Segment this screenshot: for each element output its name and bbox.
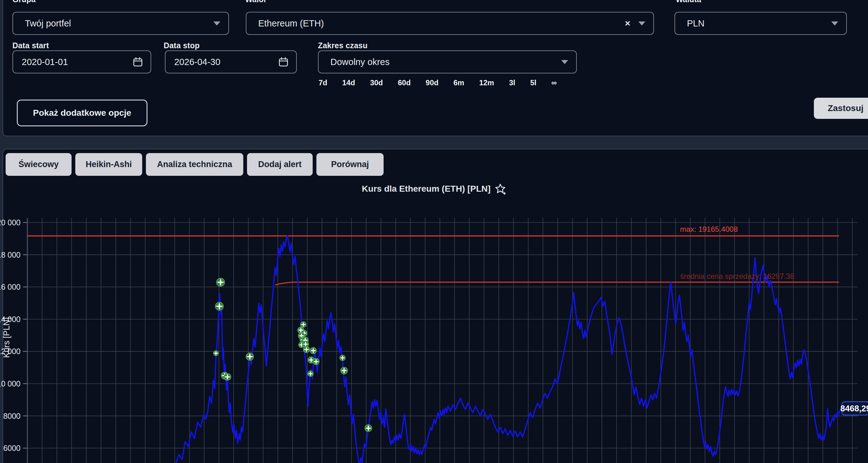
quick-range-90d[interactable]: 90d	[426, 79, 438, 87]
data-stop-label: Data stop	[164, 41, 200, 50]
filter-panel: Grupa Twój portfel Walor Ethereum (ETH) …	[2, 0, 868, 136]
data-start-input[interactable]: 2020-01-01	[12, 51, 151, 73]
quick-range-60d[interactable]: 60d	[398, 79, 411, 87]
show-more-options-button[interactable]: Pokaż dodatkowe opcje	[17, 99, 148, 126]
waluta-select-value: PLN	[675, 18, 831, 29]
y-tick-label: 6000	[3, 444, 21, 453]
quick-range-14d[interactable]: 14d	[342, 79, 355, 87]
average-sale-price-line	[275, 282, 839, 285]
price-line	[176, 236, 841, 463]
quick-range-7d[interactable]: 7d	[318, 79, 327, 87]
last-price-label: 8468,29	[840, 404, 868, 413]
calendar-icon[interactable]	[132, 57, 143, 67]
quick-range-5l[interactable]: 5l	[530, 79, 536, 87]
chart-title-text: Kurs dla Ethereum (ETH) [PLN]	[362, 184, 491, 194]
chevron-down-icon	[561, 60, 568, 64]
zakres-czasu-value: Dowolny okres	[318, 57, 561, 67]
data-stop-value: 2026-04-30	[165, 57, 278, 67]
max-line-label: max: 19165.4008	[680, 225, 738, 234]
data-start-value: 2020-01-01	[13, 57, 132, 67]
chevron-down-icon	[831, 22, 838, 26]
calendar-icon[interactable]	[278, 57, 289, 67]
waluta-label: Waluta	[676, 0, 701, 4]
data-stop-input[interactable]: 2026-04-30	[165, 51, 297, 73]
apply-button[interactable]: Zastosuj	[814, 98, 868, 119]
heikin-ashi-button[interactable]: Heikin-Ashi	[75, 153, 142, 176]
average-sale-price-label: średnia cena sprzedaży: 16297.38	[680, 272, 794, 280]
grupa-label: Grupa	[12, 0, 36, 4]
price-chart: 20 00018 00016 00014 00012 00010 0008000…	[0, 199, 868, 463]
zakres-czasu-select[interactable]: Dowolny okres	[318, 51, 577, 73]
zakres-czasu-label: Zakres czasu	[318, 41, 367, 50]
walor-select-value: Ethereum (ETH)	[246, 18, 625, 29]
y-tick-label: 8000	[3, 412, 21, 420]
walor-select[interactable]: Ethereum (ETH) ×	[246, 12, 654, 35]
chart-title: Kurs dla Ethereum (ETH) [PLN]	[0, 183, 868, 195]
y-tick-label: 10 000	[0, 379, 21, 388]
quick-range-30d[interactable]: 30d	[370, 79, 383, 87]
y-tick-label: 16 000	[0, 282, 21, 291]
y-tick-label: 18 000	[0, 250, 21, 259]
waluta-select[interactable]: PLN	[675, 12, 847, 35]
y-tick-label: 20 000	[0, 218, 21, 227]
quick-range-12m[interactable]: 12m	[479, 79, 494, 87]
chevron-down-icon	[213, 22, 220, 26]
clear-icon[interactable]: ×	[625, 18, 630, 29]
y-axis-label: Kurs [PLN]	[2, 317, 11, 358]
chevron-down-icon	[639, 22, 645, 26]
add-alert-button[interactable]: Dodaj alert	[247, 153, 313, 176]
quick-range-6m[interactable]: 6m	[453, 79, 464, 87]
walor-label: Walor	[245, 0, 267, 4]
grupa-select-value: Twój portfel	[13, 18, 213, 29]
star-plus-icon[interactable]	[494, 183, 506, 195]
data-start-label: Data start	[12, 41, 49, 50]
technical-analysis-button[interactable]: Analiza techniczna	[146, 153, 243, 176]
quick-range-3l[interactable]: 3l	[509, 79, 515, 87]
candlestick-button[interactable]: Świecowy	[6, 153, 71, 176]
quick-range-row: 7d14d30d60d90d6m12m3l5l∞	[318, 79, 557, 87]
quick-range-∞[interactable]: ∞	[551, 79, 557, 87]
grupa-select[interactable]: Twój portfel	[12, 12, 229, 35]
compare-button[interactable]: Porównaj	[316, 153, 383, 176]
